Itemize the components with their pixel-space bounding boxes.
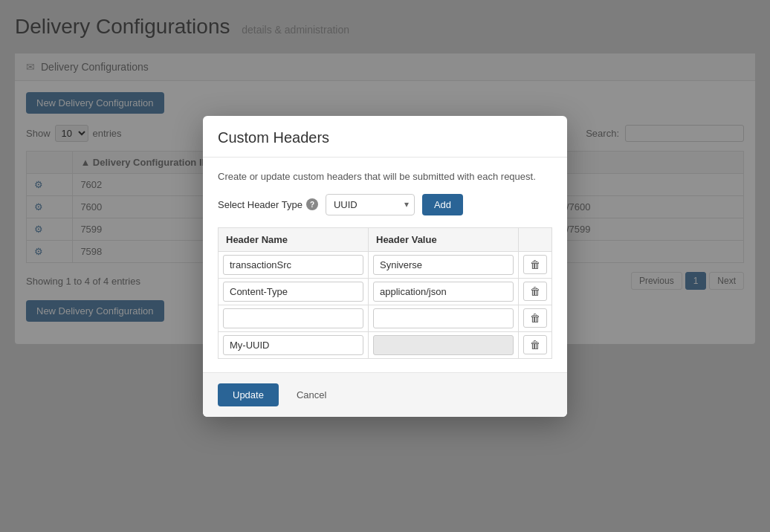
header-name-3[interactable] bbox=[223, 308, 363, 328]
delete-row-4-button[interactable]: 🗑 bbox=[523, 335, 547, 354]
update-button[interactable]: Update bbox=[218, 383, 279, 406]
header-row-1: 🗑 bbox=[219, 251, 552, 278]
col-delete bbox=[519, 227, 552, 251]
col-header-value: Header Value bbox=[369, 227, 519, 251]
col-header-name: Header Name bbox=[219, 227, 369, 251]
header-name-4[interactable] bbox=[223, 335, 363, 355]
header-name-1[interactable] bbox=[223, 255, 363, 275]
help-icon[interactable]: ? bbox=[306, 198, 318, 210]
modal-description: Create or update custom headers that wil… bbox=[218, 171, 552, 182]
select-header-type-row: Select Header Type ? UUID Basic Auth Bea… bbox=[218, 194, 552, 215]
modal-footer: Update Cancel bbox=[203, 372, 567, 417]
header-type-select[interactable]: UUID Basic Auth Bearer Token Custom bbox=[326, 194, 415, 215]
header-value-2[interactable] bbox=[373, 282, 514, 302]
trash-icon: 🗑 bbox=[530, 285, 540, 297]
headers-table: Header Name Header Value bbox=[218, 227, 552, 359]
header-row-4: 🗑 bbox=[219, 331, 552, 358]
delete-row-1-button[interactable]: 🗑 bbox=[523, 255, 547, 274]
modal-body: Create or update custom headers that wil… bbox=[203, 158, 567, 372]
header-row-3: 🗑 bbox=[219, 305, 552, 331]
cancel-button[interactable]: Cancel bbox=[286, 383, 337, 406]
trash-icon: 🗑 bbox=[530, 312, 540, 324]
header-name-2[interactable] bbox=[223, 282, 363, 302]
trash-icon: 🗑 bbox=[530, 259, 540, 270]
header-value-1[interactable] bbox=[373, 255, 514, 275]
select-header-label: Select Header Type ? bbox=[218, 198, 318, 210]
delete-row-2-button[interactable]: 🗑 bbox=[523, 282, 547, 301]
custom-headers-modal: Custom Headers Create or update custom h… bbox=[203, 116, 567, 417]
modal-header: Custom Headers bbox=[203, 116, 567, 158]
modal-title: Custom Headers bbox=[218, 129, 552, 146]
header-row-2: 🗑 bbox=[219, 278, 552, 305]
header-value-3[interactable] bbox=[373, 308, 514, 328]
modal-overlay: Custom Headers Create or update custom h… bbox=[0, 0, 770, 532]
add-header-button[interactable]: Add bbox=[422, 194, 463, 215]
header-type-dropdown-wrapper: UUID Basic Auth Bearer Token Custom bbox=[326, 194, 415, 215]
delete-row-3-button[interactable]: 🗑 bbox=[523, 308, 547, 328]
trash-icon: 🗑 bbox=[530, 339, 540, 351]
header-value-4 bbox=[373, 335, 514, 355]
